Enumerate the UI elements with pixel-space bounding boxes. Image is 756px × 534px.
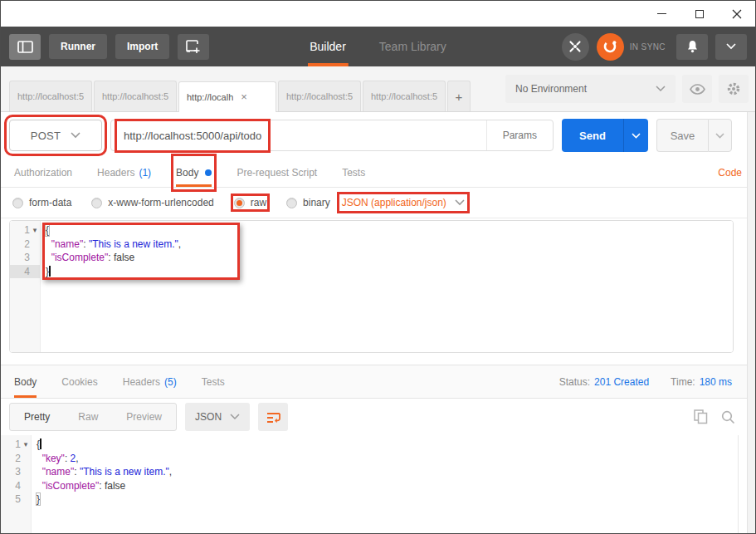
code-line[interactable]: } (37, 492, 738, 507)
text-cursor (40, 438, 41, 449)
time-value: 180 ms (700, 376, 732, 388)
line-number: 1▾ (1, 438, 31, 452)
environment-preview-button[interactable] (682, 75, 712, 103)
body-mode-x-www-form-urlencoded[interactable]: x-www-form-urlencoded (91, 197, 213, 208)
code-link[interactable]: Code (718, 167, 742, 179)
send-options-button[interactable] (623, 119, 648, 152)
request-tab-pre-request-script[interactable]: Pre-request Script (237, 159, 317, 187)
code-line[interactable]: "name": "This is a new item.", (46, 238, 733, 252)
request-builder-row: POST http://localhost:5000/api/todo Para… (1, 112, 755, 159)
code-line[interactable]: { (46, 223, 733, 238)
wrap-lines-button[interactable] (258, 403, 288, 431)
browser-tab[interactable]: http://localhost:50 (94, 81, 177, 111)
new-window-button[interactable] (178, 34, 209, 60)
chevron-down-icon (455, 199, 465, 206)
minimize-button[interactable] (643, 1, 680, 27)
view-mode-raw[interactable]: Raw (64, 404, 112, 430)
nav-team-library[interactable]: Team Library (377, 27, 449, 66)
close-button[interactable] (718, 1, 755, 27)
radio-icon (234, 198, 245, 208)
tab-close-icon[interactable]: × (241, 91, 247, 103)
response-tab-body[interactable]: Body (14, 365, 37, 398)
editor-code[interactable]: { "key": 2, "name": "This is a new item.… (32, 435, 738, 533)
sync-button[interactable] (597, 33, 624, 61)
bell-icon (686, 40, 699, 53)
code-line[interactable]: { (37, 438, 738, 452)
header-right: IN SYNC (562, 33, 747, 61)
copy-icon[interactable] (694, 409, 708, 424)
app-window: Runner Import Builder Team Library IN SY… (0, 0, 756, 534)
request-tab-authorization[interactable]: Authorization (14, 159, 72, 187)
line-number: 3 (10, 251, 40, 265)
code-line[interactable]: "isComplete": false (46, 251, 733, 265)
save-button-group: Save (656, 119, 732, 152)
browser-tab[interactable]: http://localh× (178, 81, 276, 112)
chevron-down-icon (715, 133, 724, 139)
settings-button[interactable] (719, 75, 749, 103)
code-line[interactable]: "key": 2, (37, 452, 738, 466)
save-options-button[interactable] (708, 119, 732, 152)
search-icon[interactable] (721, 410, 735, 424)
maximize-button[interactable] (680, 1, 718, 27)
params-button[interactable]: Params (486, 120, 553, 150)
response-tab-tests[interactable]: Tests (202, 365, 225, 398)
body-mode-form-data[interactable]: form-data (12, 197, 71, 208)
notifications-button[interactable] (676, 34, 708, 60)
url-input-text[interactable]: http://localhost:5000/api/todo (118, 122, 267, 149)
sync-icon (602, 38, 618, 55)
nav-builder[interactable]: Builder (307, 27, 349, 66)
chevron-down-icon (632, 133, 641, 139)
body-mode-row: form-datax-www-form-urlencodedrawbinary … (1, 188, 755, 218)
capture-requests-button[interactable] (562, 33, 589, 61)
send-button[interactable]: Send (562, 119, 623, 152)
view-mode-pretty[interactable]: Pretty (10, 404, 64, 430)
body-mode-raw[interactable]: raw (234, 197, 266, 208)
request-tab-tests[interactable]: Tests (342, 159, 365, 187)
content-type-select[interactable]: JSON (application/json) (342, 197, 465, 208)
time-label: Time: (671, 376, 695, 388)
response-tab-cookies[interactable]: Cookies (61, 365, 97, 398)
editor-code[interactable]: { "name": "This is a new item.", "isComp… (41, 221, 733, 352)
method-label: POST (31, 130, 61, 142)
save-button[interactable]: Save (656, 119, 708, 152)
wrap-text-icon (266, 411, 280, 424)
code-line[interactable]: "isComplete": false (37, 479, 738, 493)
chevron-down-icon (656, 86, 666, 92)
request-tabbar: http://localhost:50http://localhost:50ht… (1, 66, 755, 112)
request-tab-body[interactable]: Body (176, 159, 212, 187)
response-tab-headers[interactable]: Headers(5) (123, 365, 177, 398)
request-editor[interactable]: 1▾234 { "name": "This is a new item.", "… (10, 221, 733, 352)
response-format-select[interactable]: JSON (185, 403, 250, 431)
body-mode-binary[interactable]: binary (286, 197, 330, 208)
sidebar-toggle-button[interactable] (9, 34, 41, 60)
browser-tab[interactable]: http://localhost:50 (363, 81, 446, 111)
line-number: 2 (1, 452, 31, 466)
url-field[interactable]: http://localhost:5000/api/todo Params (110, 120, 554, 151)
runner-button[interactable]: Runner (49, 34, 107, 59)
response-meta-row: BodyCookiesHeaders(5)Tests Status: 201 C… (1, 365, 755, 399)
view-mode-preview[interactable]: Preview (112, 404, 176, 430)
browser-tab[interactable]: http://localhost:50 (9, 81, 92, 111)
minimize-icon (657, 13, 666, 15)
close-icon (732, 9, 742, 19)
method-select[interactable]: POST (9, 120, 102, 151)
environment-selector[interactable]: No Environment (505, 75, 676, 103)
import-button[interactable]: Import (115, 34, 169, 59)
code-line[interactable]: } (46, 265, 733, 279)
line-number: 4 (1, 479, 31, 493)
vertical-scrollbar[interactable] (747, 112, 755, 533)
sync-status-label: IN SYNC (630, 42, 666, 51)
header-menu-button[interactable] (715, 34, 747, 60)
text-cursor (49, 266, 51, 277)
body-mode-options: form-datax-www-form-urlencodedrawbinary (12, 197, 330, 208)
new-window-icon (186, 40, 201, 53)
line-number: 5 (1, 492, 31, 507)
response-editor[interactable]: 1▾2345 { "key": 2, "name": "This is a ne… (1, 435, 738, 533)
browser-tab[interactable]: http://localhost:50 (278, 81, 361, 111)
response-body-editor-box: 1▾2345 { "key": 2, "name": "This is a ne… (1, 435, 739, 533)
code-line[interactable]: "name": "This is a new item.", (37, 465, 738, 479)
request-tab-headers[interactable]: Headers(1) (97, 159, 151, 187)
time-stat: Time: 180 ms (671, 376, 732, 388)
add-tab-button[interactable]: + (447, 81, 471, 111)
view-mode-group: PrettyRawPreview (9, 403, 177, 431)
